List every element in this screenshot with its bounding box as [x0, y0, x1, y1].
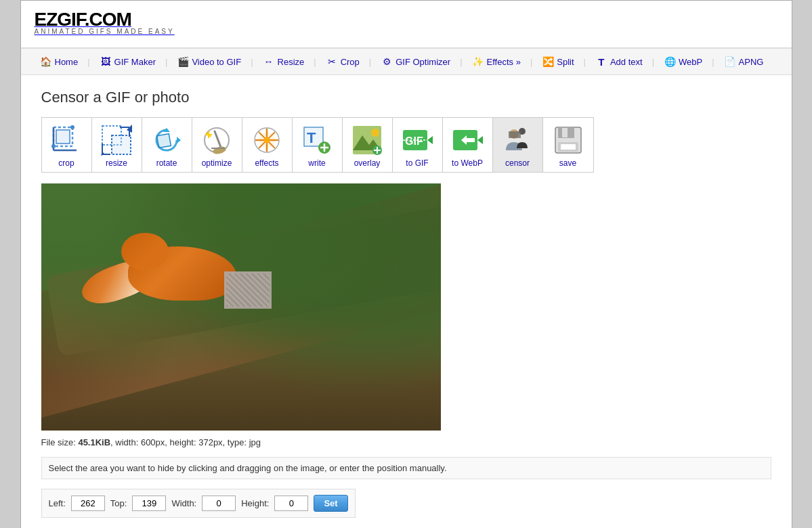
image-container[interactable]: [41, 183, 441, 431]
nav-item-add-text[interactable]: T Add text: [590, 53, 648, 70]
resize-tool-icon: [101, 125, 132, 156]
effects-tool[interactable]: effects: [242, 118, 293, 172]
apng-icon: 📄: [724, 56, 736, 68]
height-label: Height:: [241, 498, 269, 508]
file-size: 45.1KiB: [78, 437, 110, 447]
to-gif-tool[interactable]: GIF to GIF: [393, 118, 443, 172]
nav-label-video: Video to GIF: [192, 57, 241, 67]
overlay-tool-label: overlay: [354, 158, 381, 168]
nav-sep-1: |: [86, 57, 91, 67]
nav-label-gif-maker: GIF Maker: [114, 57, 156, 67]
webp-icon: 🌐: [664, 56, 676, 68]
nav-sep-8: |: [582, 57, 587, 67]
write-tool[interactable]: T write: [293, 118, 343, 172]
nav-sep-5: |: [368, 57, 372, 67]
resize-tool-label: resize: [106, 158, 127, 168]
home-icon: 🏠: [40, 56, 52, 68]
svg-point-30: [264, 137, 270, 143]
nav-label-optimizer: GIF Optimizer: [396, 57, 450, 67]
width-label: Width:: [171, 498, 196, 508]
to-webp-tool[interactable]: to WebP: [443, 118, 493, 172]
fox-head: [121, 233, 169, 270]
file-info: File size: 45.1KiB, width: 600px, height…: [41, 437, 771, 447]
svg-rect-49: [467, 138, 475, 142]
svg-rect-1: [56, 130, 70, 144]
gif-maker-icon: 🖼: [100, 56, 112, 68]
save-tool-icon: [553, 125, 584, 156]
height-input[interactable]: [274, 496, 308, 511]
nav-label-add-text: Add text: [610, 57, 643, 67]
rotate-tool-label: rotate: [156, 158, 177, 168]
nav-item-apng[interactable]: 📄 APNG: [719, 53, 769, 70]
svg-rect-7: [112, 135, 131, 154]
top-label: Top:: [110, 498, 127, 508]
censor-tool[interactable]: censor: [493, 118, 543, 172]
width-input[interactable]: [202, 496, 236, 511]
write-tool-icon: T: [301, 125, 333, 156]
svg-marker-15: [177, 137, 181, 144]
crop-tool[interactable]: crop: [42, 118, 92, 172]
save-tool-label: save: [559, 158, 576, 168]
write-tool-label: write: [308, 158, 325, 168]
to-gif-tool-icon: GIF: [402, 125, 433, 156]
nav-item-resize[interactable]: ↔ Resize: [257, 53, 310, 70]
nav-bar: 🏠 Home | 🖼 GIF Maker | 🎬 Video to GIF | …: [21, 49, 792, 75]
svg-rect-57: [561, 144, 576, 150]
overlay-tool[interactable]: overlay: [343, 118, 393, 172]
nav-item-crop[interactable]: ✂ Crop: [320, 53, 365, 70]
crop-tool-label: crop: [58, 158, 74, 168]
effects-tool-label: effects: [255, 158, 278, 168]
svg-point-5: [51, 144, 56, 148]
to-webp-tool-icon: [452, 125, 483, 156]
svg-text:GIF: GIF: [405, 135, 423, 147]
nav-label-effects: Effects »: [487, 57, 521, 67]
svg-text:T: T: [307, 129, 316, 146]
nav-sep-7: |: [529, 57, 534, 67]
effects-icon: ✨: [472, 56, 484, 68]
censor-tool-label: censor: [505, 158, 530, 168]
svg-marker-47: [477, 136, 483, 144]
svg-rect-52: [509, 131, 521, 138]
censor-tool-icon: [502, 125, 533, 156]
tools-bar: crop resize: [41, 117, 594, 173]
optimize-tool-icon: [201, 125, 232, 156]
optimizer-icon: ⚙: [381, 56, 393, 68]
rotate-tool[interactable]: rotate: [142, 118, 192, 172]
svg-rect-55: [562, 128, 568, 137]
nav-item-split[interactable]: 🔀 Split: [536, 53, 579, 70]
to-webp-tool-label: to WebP: [452, 158, 483, 168]
svg-point-4: [70, 125, 74, 129]
nav-label-crop: Crop: [341, 57, 360, 67]
logo-link[interactable]: EZGIF.COM ANIMATED GIFS MADE EASY: [35, 9, 778, 35]
nav-item-optimizer[interactable]: ⚙ GIF Optimizer: [375, 53, 456, 70]
to-gif-tool-label: to GIF: [406, 158, 428, 168]
nav-item-home[interactable]: 🏠 Home: [35, 53, 84, 70]
nav-sep-6: |: [458, 57, 463, 67]
left-input[interactable]: [71, 496, 105, 511]
optimize-tool[interactable]: optimize: [192, 118, 242, 172]
svg-point-19: [212, 146, 227, 156]
instructions: Select the area you want to hide by clic…: [41, 457, 771, 479]
header: EZGIF.COM ANIMATED GIFS MADE EASY: [21, 1, 792, 49]
video-icon: 🎬: [177, 56, 189, 68]
resize-tool[interactable]: resize: [92, 118, 142, 172]
nav-sep-2: |: [164, 57, 169, 67]
svg-marker-44: [427, 136, 433, 144]
optimize-tool-label: optimize: [202, 158, 232, 168]
svg-point-38: [371, 129, 379, 137]
nav-item-video-to-gif[interactable]: 🎬 Video to GIF: [171, 53, 247, 70]
nav-label-home: Home: [55, 57, 79, 67]
set-button[interactable]: Set: [314, 495, 347, 512]
split-icon: 🔀: [542, 56, 554, 68]
nav-sep-10: |: [710, 57, 715, 67]
nav-item-gif-maker[interactable]: 🖼 GIF Maker: [94, 53, 161, 70]
add-text-icon: T: [595, 56, 607, 68]
nav-item-webp[interactable]: 🌐 WebP: [658, 53, 708, 70]
main-image[interactable]: [41, 183, 441, 431]
svg-line-18: [215, 131, 221, 149]
save-tool[interactable]: save: [543, 118, 593, 172]
top-input[interactable]: [132, 496, 166, 511]
nav-item-effects[interactable]: ✨ Effects »: [467, 53, 526, 70]
nav-label-split: Split: [557, 57, 574, 67]
crop-nav-icon: ✂: [326, 56, 338, 68]
